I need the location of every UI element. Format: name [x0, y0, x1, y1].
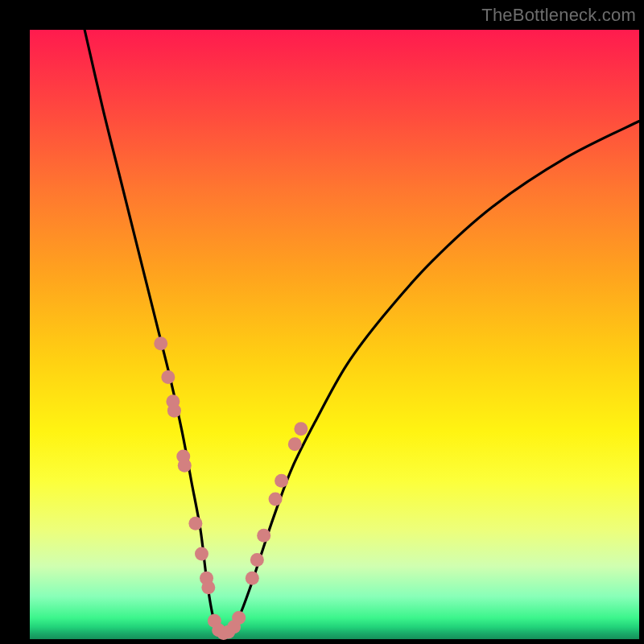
chart-stage: TheBottleneck.com — [0, 0, 644, 644]
data-marker — [257, 529, 270, 543]
data-marker — [246, 572, 259, 585]
data-marker — [201, 580, 215, 594]
data-marker — [269, 492, 283, 506]
data-marker — [275, 474, 288, 488]
data-marker — [232, 611, 246, 625]
bottleneck-curve — [30, 30, 639, 639]
watermark-text: TheBottleneck.com — [481, 5, 636, 26]
data-marker — [178, 459, 192, 473]
data-marker — [288, 437, 302, 451]
data-marker — [250, 553, 264, 567]
plot-area — [30, 30, 639, 639]
data-marker — [188, 517, 202, 530]
data-marker — [195, 547, 208, 561]
data-marker — [294, 422, 308, 436]
data-marker — [161, 370, 175, 384]
data-marker — [167, 404, 181, 418]
data-marker — [154, 336, 167, 350]
curve-path — [85, 30, 639, 635]
